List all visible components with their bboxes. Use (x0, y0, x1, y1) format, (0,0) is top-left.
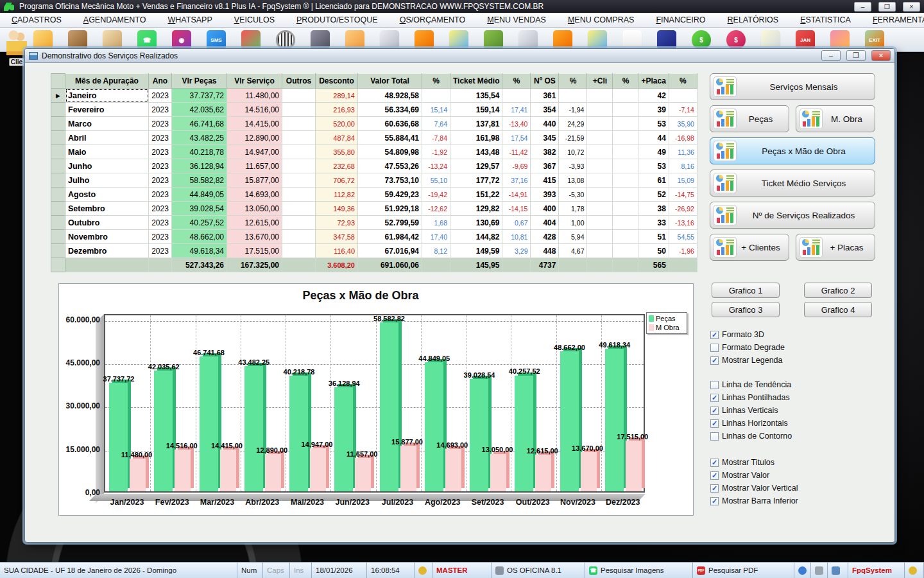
table-row[interactable]: Julho202358.582,8215.877,00706,7273.753,… (51, 173, 697, 188)
cell[interactable]: 355,80 (316, 145, 358, 159)
cell[interactable]: 129,82 (450, 202, 502, 216)
sms-icon[interactable]: SMS (207, 30, 226, 49)
cell[interactable] (587, 244, 613, 258)
menu-ferramentas[interactable]: FERRAMENTAS (873, 15, 924, 24)
cell[interactable] (502, 89, 531, 103)
menu-relat-rios[interactable]: RELATÓRIOS (728, 15, 779, 24)
cell[interactable]: 14.415,00 (227, 117, 282, 131)
dialog-close-button[interactable]: × (871, 50, 891, 61)
cell[interactable]: 1,68 (422, 216, 450, 230)
col-header-8[interactable]: Ticket Médio (450, 74, 502, 89)
cell[interactable]: 24,29 (559, 117, 587, 131)
cell[interactable]: 13.050,00 (227, 202, 282, 216)
cell[interactable]: Julho (65, 173, 149, 188)
cell[interactable]: 112,82 (316, 188, 358, 202)
cell[interactable]: 17,54 (502, 131, 531, 145)
table-row[interactable]: Agosto202344.849,0514.693,00112,8259.429… (51, 188, 697, 202)
cell[interactable] (613, 202, 638, 216)
cell[interactable]: -1,96 (669, 244, 697, 258)
cell[interactable]: 2023 (149, 244, 172, 258)
cell[interactable]: 415 (531, 173, 559, 188)
cell[interactable]: 56.334,69 (358, 103, 422, 117)
cell[interactable]: 55.884,41 (358, 131, 422, 145)
dialog-maximize-button[interactable]: ❒ (846, 50, 866, 61)
button-n-de-servi-os-realizados[interactable]: Nº de Serviços Realizados (710, 202, 875, 229)
cell[interactable]: Novembro (65, 230, 149, 244)
cell[interactable] (613, 145, 638, 159)
cell[interactable] (282, 216, 316, 230)
cell[interactable]: Dezembro (65, 244, 149, 258)
row-selector[interactable] (51, 117, 65, 131)
cell[interactable]: 61 (638, 173, 669, 188)
cell[interactable]: 130,69 (450, 216, 502, 230)
person-icon[interactable] (103, 30, 122, 49)
col-header-13[interactable]: % (613, 74, 638, 89)
button-pe-as-x-m-o-de-obra[interactable]: Peças x Mão de Obra (710, 137, 875, 164)
cell[interactable]: Abril (65, 131, 149, 145)
button-m-obra[interactable]: M. Obra (796, 105, 875, 132)
cell[interactable]: Setembro (65, 202, 149, 216)
cell[interactable]: 135,54 (450, 89, 502, 103)
cell[interactable] (613, 216, 638, 230)
cell[interactable]: 149,59 (450, 244, 502, 258)
button-grafico-3[interactable]: Grafico 3 (712, 302, 780, 317)
cell[interactable]: 404 (531, 216, 559, 230)
expense-dollar-icon[interactable]: $ (726, 30, 746, 49)
cell[interactable]: 144,82 (450, 230, 502, 244)
checkbox-box[interactable]: ✓ (710, 419, 719, 428)
cell[interactable]: 60.636,68 (358, 117, 422, 131)
cell[interactable] (587, 117, 613, 131)
cell[interactable]: 400 (531, 202, 559, 216)
cell[interactable]: 39 (638, 103, 669, 117)
cell[interactable]: -3,93 (559, 159, 587, 173)
menu-whatsapp[interactable]: WHATSAPP (168, 15, 212, 24)
col-header-3[interactable]: Vlr Serviço (227, 74, 282, 89)
cell[interactable]: 52.799,59 (358, 216, 422, 230)
cell[interactable]: 49.618,34 (172, 244, 227, 258)
checkbox-linhas-pontilhadas[interactable]: ✓Linhas Pontilhadas (710, 392, 790, 403)
services-table[interactable]: Mês de ApuraçãoAnoVlr PeçasVlr ServiçoOu… (51, 73, 697, 272)
cell[interactable]: Janeiro (65, 89, 149, 103)
search-microscope-icon[interactable] (311, 30, 330, 49)
table-row[interactable]: Novembro202348.662,0013.670,00347,5861.9… (51, 230, 697, 244)
cell[interactable]: 216,93 (316, 103, 358, 117)
row-selector[interactable]: ▶ (51, 89, 65, 103)
cell[interactable]: 46.741,68 (172, 117, 227, 131)
cell[interactable]: 53 (638, 117, 669, 131)
cell[interactable]: 143,48 (450, 145, 502, 159)
cell[interactable] (669, 89, 697, 103)
cell[interactable]: 487,84 (316, 131, 358, 145)
checkbox-box[interactable]: ✓ (710, 331, 719, 339)
checkbox-box[interactable] (710, 381, 719, 389)
cell[interactable]: 10,72 (559, 145, 587, 159)
menu-os-or-amento[interactable]: OS/ORÇAMENTO (400, 15, 466, 24)
cell[interactable]: 151,22 (450, 188, 502, 202)
cell[interactable] (587, 202, 613, 216)
cell[interactable] (282, 173, 316, 188)
cell[interactable]: -13,40 (502, 117, 531, 131)
cell[interactable]: 428 (531, 230, 559, 244)
service-brush-icon[interactable] (484, 30, 503, 49)
checkbox-box[interactable]: ✓ (710, 484, 719, 493)
cell[interactable] (282, 244, 316, 258)
checkbox-box[interactable]: ✓ (710, 471, 719, 480)
cell[interactable]: 2023 (149, 103, 172, 117)
dialog-titlebar[interactable]: Demonstrativo dos Serviços Realizados – … (25, 49, 894, 63)
cell[interactable]: 5,94 (559, 230, 587, 244)
row-selector[interactable] (51, 173, 65, 188)
cell[interactable]: 14.693,00 (227, 188, 282, 202)
row-selector[interactable] (51, 216, 65, 230)
col-header-12[interactable]: +Cli (587, 74, 613, 89)
cell[interactable] (587, 216, 613, 230)
cell[interactable]: -19,42 (422, 188, 450, 202)
cell[interactable] (282, 159, 316, 173)
col-header-5[interactable]: Desconto (316, 74, 358, 89)
cell[interactable]: 7,64 (422, 117, 450, 131)
cell[interactable]: 2023 (149, 131, 172, 145)
cell[interactable]: 42 (638, 89, 669, 103)
close-button[interactable]: × (903, 2, 920, 12)
cell[interactable]: 345 (531, 131, 559, 145)
row-selector[interactable] (51, 103, 65, 117)
row-selector[interactable] (51, 145, 65, 159)
row-selector[interactable] (51, 244, 65, 258)
